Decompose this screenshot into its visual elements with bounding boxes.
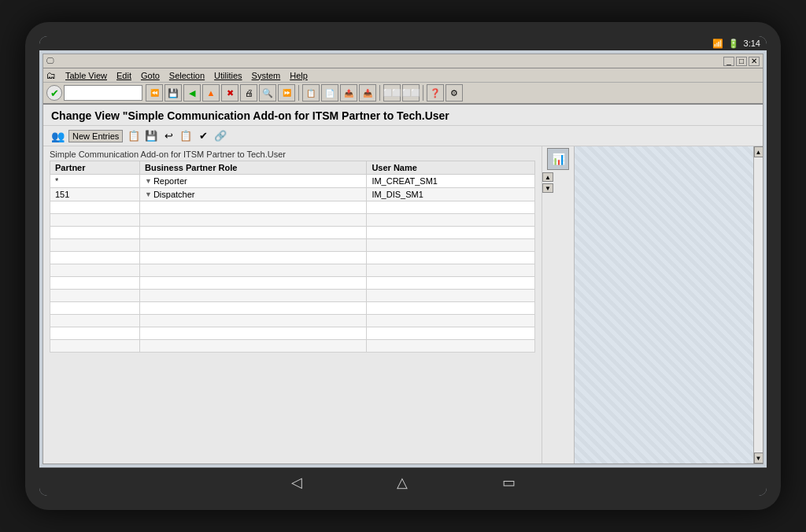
table-container: Simple Communication Add-on for ITSM Par…	[43, 146, 542, 464]
cell-role	[139, 277, 366, 290]
toolbar-copy-btn[interactable]: 📋	[302, 84, 320, 102]
scrollbar-track[interactable]	[754, 157, 763, 453]
toolbar-dropdown[interactable]	[64, 85, 142, 101]
table-row[interactable]	[50, 239, 535, 252]
cell-partner	[50, 315, 140, 327]
content-area: Simple Communication Add-on for ITSM Par…	[43, 146, 763, 464]
cell-role	[139, 315, 366, 327]
table-row[interactable]	[50, 214, 535, 227]
scroll-up-btn[interactable]: ▲	[754, 146, 763, 157]
cell-role	[139, 340, 366, 353]
window-controls: _ □ ✕	[723, 57, 760, 66]
action-check-icon[interactable]: ✔	[197, 130, 209, 142]
cell-partner	[50, 252, 140, 264]
cell-username	[367, 227, 535, 239]
cell-username: IM_CREAT_SM1	[367, 175, 535, 188]
cell-role	[139, 227, 366, 239]
toolbar-separator-3	[423, 85, 423, 101]
action-undo-icon[interactable]: ↩	[162, 130, 175, 142]
main-scrollbar[interactable]: ▲ ▼	[753, 146, 763, 464]
sap-logo-icon: 🖵	[46, 57, 54, 65]
maximize-button[interactable]: □	[736, 57, 747, 66]
close-button[interactable]: ✕	[749, 57, 760, 66]
table-row[interactable]	[50, 264, 535, 277]
table-row[interactable]	[50, 327, 535, 340]
wifi-icon: 📶	[712, 39, 723, 49]
table-row[interactable]	[50, 302, 535, 315]
menu-tableview[interactable]: Table View	[65, 71, 107, 80]
column-select-btn[interactable]: 📊	[547, 148, 569, 170]
table-scroll-up[interactable]: ▲	[542, 172, 553, 182]
table-row[interactable]	[50, 290, 535, 302]
battery-icon: 🔋	[728, 39, 739, 49]
toolbar-save-btn[interactable]: 💾	[165, 84, 182, 102]
status-time: 3:14	[744, 39, 760, 48]
new-entries-label: New Entries	[72, 131, 119, 141]
right-panel	[574, 146, 763, 464]
table-row[interactable]	[50, 227, 535, 239]
action-save-icon[interactable]: 💾	[145, 130, 157, 142]
toolbar-import-btn[interactable]: 📥	[359, 84, 376, 102]
toolbar-separator-2	[379, 85, 380, 101]
menu-edit[interactable]: Edit	[116, 71, 131, 80]
table-row[interactable]: *▼ ReporterIM_CREAT_SM1	[50, 175, 535, 188]
cell-username	[367, 302, 535, 315]
action-partner-icon: 👥	[51, 130, 64, 142]
table-row[interactable]	[50, 315, 535, 327]
menu-utilities[interactable]: Utilities	[214, 71, 242, 80]
cell-partner	[50, 201, 140, 214]
col-header-role: Business Partner Role	[139, 161, 366, 175]
cell-role	[139, 252, 366, 264]
nav-back-btn[interactable]: ◁	[291, 474, 302, 491]
cell-role: ▼ Dispatcher	[139, 188, 366, 201]
data-table: Partner Business Partner Role User Name …	[50, 161, 535, 353]
minimize-button[interactable]: _	[723, 57, 734, 66]
toolbar-first-btn[interactable]: ⏪	[146, 84, 163, 102]
toolbar-new-btn[interactable]: 📄	[321, 84, 338, 102]
action-ref-icon[interactable]: 🔗	[214, 130, 227, 142]
cell-partner	[50, 214, 140, 227]
cell-username	[367, 315, 535, 327]
right-side-container: 📊 ▲ ▼	[542, 146, 574, 464]
action-details-icon[interactable]: 📋	[128, 130, 140, 142]
table-row[interactable]	[50, 340, 535, 353]
nav-recent-btn[interactable]: ▭	[502, 474, 516, 491]
table-row[interactable]	[50, 252, 535, 264]
toolbar-separator-1	[298, 85, 299, 101]
cell-username	[367, 239, 535, 252]
toolbar-back-btn[interactable]: ◀	[183, 84, 201, 102]
cell-role	[139, 327, 366, 340]
menu-system[interactable]: System	[252, 71, 281, 80]
toolbar-cancel-btn[interactable]: ✖	[221, 84, 238, 102]
menu-selection[interactable]: Selection	[169, 71, 205, 80]
cell-username	[367, 290, 535, 302]
cell-username	[367, 340, 535, 353]
action-select-icon[interactable]: 📋	[179, 130, 192, 142]
menu-help[interactable]: Help	[290, 71, 308, 80]
toolbar-find-btn[interactable]: 🔍	[259, 84, 276, 102]
toolbar-export-btn[interactable]: 📤	[340, 84, 357, 102]
table-row[interactable]: 151▼ DispatcherIM_DIS_SM1	[50, 188, 535, 201]
toolbar: ✔ ⏪ 💾 ◀ ▲ ✖ 🖨	[43, 83, 763, 105]
cell-partner	[50, 239, 140, 252]
toolbar-merge-btn[interactable]: ⬜⬜	[402, 84, 420, 102]
scroll-down-btn[interactable]: ▼	[754, 453, 763, 464]
toolbar-help-btn[interactable]: ❓	[427, 84, 444, 102]
sap-window: 🖵 _ □ ✕ 🗂 Table View Edit Goto Selection…	[43, 54, 763, 464]
cell-role	[139, 302, 366, 315]
toolbar-split-btn[interactable]: ⬜⬜	[383, 84, 401, 102]
cell-role	[139, 214, 366, 227]
table-scroll-down[interactable]: ▼	[542, 183, 553, 193]
cell-username	[367, 201, 535, 214]
table-row[interactable]	[50, 201, 535, 214]
toolbar-print-btn[interactable]: 🖨	[240, 84, 257, 102]
toolbar-check-btn[interactable]: ✔	[46, 85, 62, 101]
toolbar-settings-btn[interactable]: ⚙	[446, 84, 463, 102]
toolbar-findnext-btn[interactable]: ⏩	[278, 84, 295, 102]
new-entries-button[interactable]: New Entries	[68, 130, 123, 142]
page-title: Change View "Simple Communication Add-on…	[43, 105, 763, 126]
toolbar-up-btn[interactable]: ▲	[202, 84, 220, 102]
nav-home-btn[interactable]: △	[397, 474, 408, 491]
menu-goto[interactable]: Goto	[141, 71, 160, 80]
table-row[interactable]	[50, 277, 535, 290]
